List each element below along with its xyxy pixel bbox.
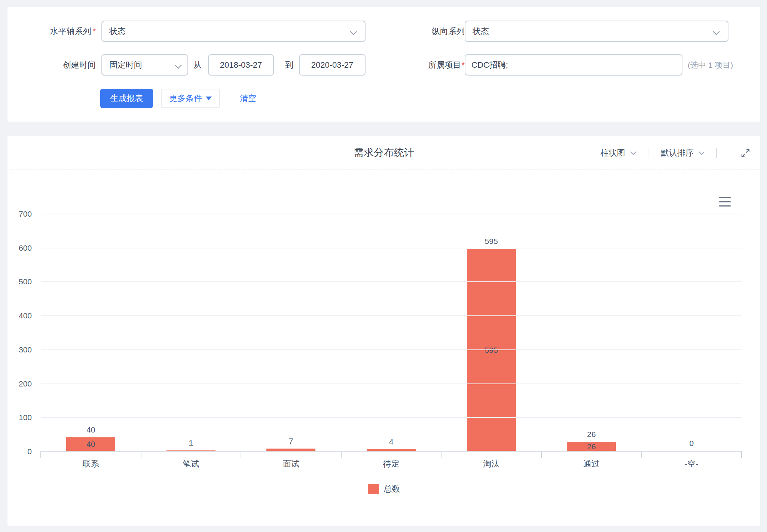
created-time-mode-value: 固定时间 — [109, 60, 142, 70]
category-label: 通过 — [541, 458, 642, 470]
bar-3[interactable] — [266, 449, 315, 451]
divider — [648, 148, 648, 158]
bar-value-label: 7 — [289, 437, 293, 446]
category-label: 淘汰 — [441, 458, 541, 470]
bar-inside-label: 26 — [587, 443, 596, 450]
expand-fullscreen-button[interactable] — [740, 148, 751, 158]
y-axis-tick-label: 0 — [7, 447, 32, 456]
clear-button[interactable]: 清空 — [237, 89, 259, 108]
y-axis-tick-label: 200 — [7, 380, 32, 388]
chevron-down-icon — [350, 28, 357, 35]
created-time-mode-select[interactable]: 固定时间 — [101, 54, 188, 76]
x-axis-category-labels: 联系笔试面试待定淘汰通过-空- — [41, 458, 742, 470]
x-axis-tick — [741, 451, 742, 458]
bar-value-label: 4 — [389, 437, 394, 446]
x-axis-tick — [241, 451, 241, 458]
gridline — [41, 417, 742, 418]
horizontal-axis-select[interactable]: 状态 — [101, 21, 366, 42]
bar-band: 4040 — [41, 214, 141, 451]
chart-type-select[interactable]: 柱状图 — [601, 147, 635, 159]
vertical-axis-label: 纵向系列 — [382, 21, 465, 42]
y-axis-tick-label: 300 — [7, 346, 32, 354]
legend-item[interactable]: 总数 — [7, 483, 760, 495]
category-label: 联系 — [41, 458, 141, 470]
category-label: -空- — [641, 458, 742, 470]
x-axis-tick — [141, 451, 141, 458]
gridline — [41, 281, 742, 282]
chart-panel: 需求分布统计 柱状图 默认排序 0100200300400500600700 — [7, 136, 760, 526]
bar-band: 7 — [241, 214, 341, 451]
gridline — [41, 383, 742, 384]
bar-band: 1 — [141, 214, 241, 451]
caret-down-icon — [206, 97, 212, 100]
project-input[interactable] — [465, 54, 682, 76]
gridline — [41, 349, 742, 350]
category-label: 待定 — [341, 458, 441, 470]
y-axis-tick-label: 700 — [7, 210, 32, 218]
legend-swatch-icon — [368, 484, 379, 494]
date-from-input[interactable] — [208, 54, 274, 76]
bar-band: 2626 — [541, 214, 642, 451]
legend-label: 总数 — [384, 483, 400, 495]
chart-type-value: 柱状图 — [601, 147, 625, 159]
x-axis-tick — [541, 451, 542, 458]
plot-area: 404017459559526260 — [41, 214, 742, 452]
gridline — [41, 248, 742, 248]
sort-value: 默认排序 — [661, 147, 694, 159]
y-axis-tick-label: 400 — [7, 312, 32, 320]
bar-band: 0 — [641, 214, 742, 451]
bar-value-label: 40 — [86, 425, 95, 434]
bar-1[interactable]: 40 — [66, 437, 115, 451]
bar-4[interactable] — [367, 449, 416, 451]
chart-menu-icon[interactable] — [719, 197, 731, 207]
more-conditions-label: 更多条件 — [169, 93, 202, 104]
bar-6[interactable]: 26 — [567, 442, 616, 451]
horizontal-axis-label: 水平轴系列* — [13, 21, 96, 42]
sort-select[interactable]: 默认排序 — [661, 147, 704, 159]
y-axis-tick-label: 500 — [7, 278, 32, 286]
x-axis-tick — [341, 451, 342, 458]
project-selected-hint: (选中 1 项目) — [688, 54, 733, 76]
x-axis-tick — [40, 451, 41, 458]
x-axis-tick — [641, 451, 642, 458]
bar-band: 595595 — [441, 214, 541, 451]
bar-value-label: 0 — [689, 439, 694, 448]
y-axis-tick-label: 600 — [7, 244, 32, 252]
more-conditions-button[interactable]: 更多条件 — [161, 89, 220, 108]
chevron-down-icon — [175, 62, 181, 68]
gridline — [41, 315, 742, 316]
bar-value-label: 595 — [485, 237, 498, 246]
bar-value-label: 26 — [587, 430, 596, 439]
bar-2[interactable] — [166, 450, 216, 451]
horizontal-axis-value: 状态 — [109, 27, 126, 36]
divider — [716, 148, 717, 158]
chart-header: 需求分布统计 柱状图 默认排序 — [7, 136, 760, 170]
x-axis-tick — [441, 451, 441, 458]
y-axis-tick-label: 100 — [7, 413, 32, 422]
vertical-axis-value: 状态 — [473, 27, 489, 36]
from-label: 从 — [193, 54, 202, 76]
category-label: 笔试 — [141, 458, 241, 470]
chart-title: 需求分布统计 — [354, 136, 414, 169]
date-to-input[interactable] — [299, 54, 366, 76]
created-time-label: 创建时间 — [13, 54, 96, 76]
filter-panel: 水平轴系列* 状态 纵向系列 状态 创建时间 固定时间 从 到 所属项目* (选… — [7, 7, 760, 122]
chevron-down-icon — [699, 149, 705, 155]
bar-band: 4 — [341, 214, 441, 451]
vertical-axis-select[interactable]: 状态 — [465, 21, 728, 42]
chevron-down-icon — [630, 149, 636, 155]
to-label: 到 — [285, 54, 293, 76]
required-asterisk: * — [461, 60, 465, 70]
gridline — [41, 214, 742, 214]
generate-report-button[interactable]: 生成报表 — [100, 89, 153, 108]
expand-icon — [740, 148, 751, 158]
chevron-down-icon — [713, 28, 719, 35]
bar-inside-label: 40 — [86, 440, 95, 448]
required-asterisk: * — [92, 27, 96, 36]
project-label: 所属项目* — [382, 54, 465, 76]
category-label: 面试 — [241, 458, 341, 470]
bar-value-label: 1 — [189, 438, 193, 447]
